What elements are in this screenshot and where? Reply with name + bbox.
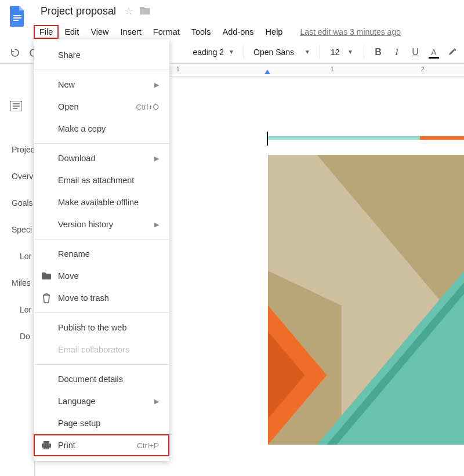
text-color-button[interactable]: A [426, 43, 442, 61]
outline-item[interactable]: Lor [12, 296, 35, 323]
outline-item[interactable]: Do [12, 323, 35, 350]
star-icon[interactable]: ☆ [124, 5, 133, 17]
trash-icon [41, 293, 52, 303]
menu-insert[interactable]: Insert [115, 25, 147, 39]
menu-addons[interactable]: Add-ons [217, 25, 260, 39]
svg-rect-1 [13, 17, 21, 19]
move-folder-icon[interactable] [139, 5, 151, 17]
menu-label: Move to trash [58, 293, 109, 303]
ruler-mark: 2 [421, 66, 425, 72]
outline-item[interactable]: Overv [12, 163, 35, 190]
svg-rect-0 [13, 15, 21, 16]
folder-icon [41, 271, 52, 281]
separator [34, 239, 169, 239]
outline-list: Projec Overv Goals Speci Lor Miles Lor D… [12, 136, 35, 350]
outline-item[interactable]: Projec [12, 136, 35, 163]
menu-email-collaborators: Email collaborators [34, 339, 169, 361]
outline-item[interactable]: Lor [12, 243, 35, 270]
paragraph-style-selector[interactable]: eading 2 ▼ [174, 48, 238, 57]
printer-icon [41, 441, 52, 450]
ruler[interactable]: 1 1 2 [168, 64, 464, 77]
menu-label: Language [58, 397, 96, 406]
menu-label: Make available offline [58, 198, 139, 207]
shortcut-label: Ctrl+O [136, 103, 159, 111]
separator [34, 313, 169, 313]
font-size-selector[interactable]: 12 ▼ [326, 48, 358, 57]
ruler-mark: 1 [331, 66, 334, 72]
submenu-arrow-icon: ▶ [154, 221, 159, 228]
submenu-arrow-icon: ▶ [154, 398, 159, 405]
menu-bar: File Edit View Insert Format Tools Add-o… [0, 23, 464, 41]
separator [34, 70, 169, 70]
chevron-down-icon: ▼ [229, 49, 234, 55]
menu-email-attachment[interactable]: Email as attachment [34, 169, 169, 191]
paragraph-style-label: eading 2 [193, 48, 224, 57]
menu-label: Publish to the web [58, 323, 127, 332]
outline-icon[interactable] [10, 104, 22, 113]
menu-label: Version history [58, 220, 113, 229]
menu-move[interactable]: Move [34, 265, 169, 287]
document-canvas[interactable] [203, 90, 464, 476]
font-label: Open Sans [253, 48, 294, 57]
menu-label: Open [58, 102, 78, 111]
separator [34, 364, 169, 365]
menu-make-copy[interactable]: Make a copy [34, 118, 169, 140]
ruler-mark: 1 [176, 66, 180, 72]
menu-view[interactable]: View [85, 25, 114, 39]
menu-label: Share [58, 50, 81, 60]
menu-page-setup[interactable]: Page setup [34, 412, 169, 434]
separator [320, 46, 320, 59]
separator [364, 46, 364, 59]
separator [34, 143, 169, 144]
menu-language[interactable]: Language▶ [34, 390, 169, 412]
docs-app-icon[interactable] [6, 5, 29, 28]
indent-handle-icon[interactable] [264, 70, 270, 74]
menu-available-offline[interactable]: Make available offline [34, 191, 169, 213]
menu-label: Print [58, 441, 75, 450]
chevron-down-icon: ▼ [347, 49, 353, 55]
menu-file[interactable]: File [34, 25, 59, 39]
font-selector[interactable]: Open Sans ▼ [250, 48, 314, 57]
menu-label: Download [58, 154, 96, 163]
menu-label: Rename [58, 249, 90, 259]
last-edit-link[interactable]: Last edit was 3 minutes ago [300, 27, 401, 37]
highlight-button[interactable] [444, 43, 461, 61]
menu-edit[interactable]: Edit [59, 25, 85, 39]
menu-open[interactable]: OpenCtrl+O [34, 96, 169, 118]
submenu-arrow-icon: ▶ [154, 155, 159, 162]
separator [244, 46, 244, 59]
menu-share[interactable]: Share [34, 44, 169, 66]
file-menu: Share New▶ OpenCtrl+O Make a copy Downlo… [34, 39, 169, 461]
menu-label: Page setup [58, 419, 100, 428]
menu-label: Document details [58, 375, 123, 384]
menu-print[interactable]: Print Ctrl+P [34, 434, 169, 456]
chevron-down-icon: ▼ [304, 49, 310, 55]
title-bar: Project proposal ☆ [0, 0, 464, 23]
menu-help[interactable]: Help [260, 25, 289, 39]
menu-label: Make a copy [58, 124, 106, 133]
menu-document-details[interactable]: Document details [34, 368, 169, 390]
menu-format[interactable]: Format [147, 25, 186, 39]
undo-icon[interactable] [7, 43, 23, 61]
menu-download[interactable]: Download▶ [34, 147, 169, 169]
menu-label: Email collaborators [58, 345, 129, 354]
menu-label: Move [58, 271, 78, 281]
menu-version-history[interactable]: Version history▶ [34, 213, 169, 235]
outline-item[interactable]: Miles [12, 270, 35, 296]
shortcut-label: Ctrl+P [137, 441, 159, 450]
menu-rename[interactable]: Rename [34, 243, 169, 265]
menu-label: New [58, 80, 75, 89]
menu-label: Email as attachment [58, 176, 134, 185]
underline-button[interactable]: U [407, 43, 423, 61]
document-title[interactable]: Project proposal [41, 5, 116, 17]
menu-new[interactable]: New▶ [34, 74, 169, 96]
outline-item[interactable]: Goals [12, 190, 35, 216]
menu-move-to-trash[interactable]: Move to trash [34, 287, 169, 309]
decorative-stripe [267, 136, 464, 142]
menu-publish-web[interactable]: Publish to the web [34, 317, 169, 339]
bold-button[interactable]: B [370, 43, 386, 61]
svg-rect-2 [13, 20, 19, 21]
menu-tools[interactable]: Tools [186, 25, 217, 39]
outline-item[interactable]: Speci [12, 216, 35, 243]
italic-button[interactable]: I [389, 43, 405, 61]
